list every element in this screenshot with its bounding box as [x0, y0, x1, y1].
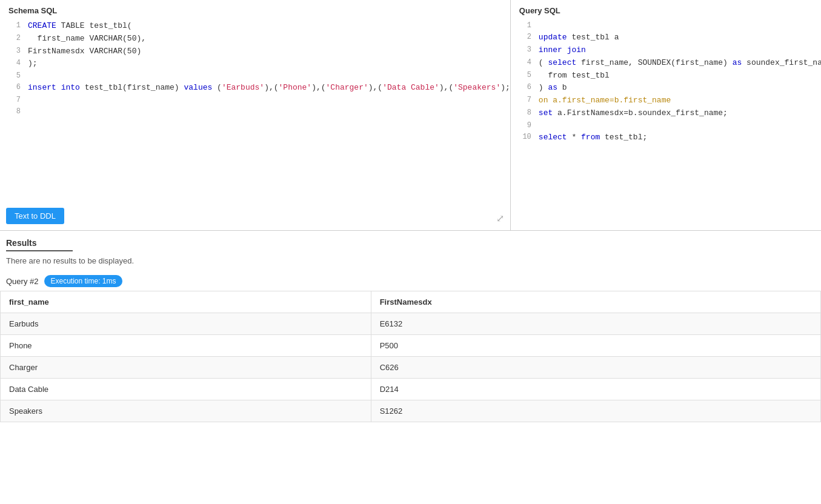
code-text: CREATE	[28, 20, 56, 33]
line-number: 5	[517, 70, 531, 81]
code-line: 1CREATE TABLE test_tbl(	[6, 20, 510, 33]
line-number: 8	[6, 106, 21, 118]
code-line: 5 from test_tbl	[517, 70, 821, 82]
code-line: 3inner join	[517, 44, 821, 57]
table-cell: P500	[371, 335, 820, 357]
table-row: EarbudsE6132	[1, 313, 821, 335]
table-header-row: first_name FirstNamesdx	[1, 291, 821, 313]
code-text: test_tbl a	[567, 31, 619, 44]
query2-label: Query #2	[6, 277, 38, 286]
code-text: FirstNamesdx VARCHAR(50)	[28, 45, 141, 58]
code-line: 8	[6, 106, 510, 118]
line-number: 1	[517, 20, 531, 31]
line-number: 6	[6, 82, 21, 93]
code-text: join	[567, 44, 586, 57]
schema-code: 1CREATE TABLE test_tbl(2 first_name VARC…	[6, 20, 510, 118]
table-cell: Earbuds	[1, 313, 371, 335]
code-text: select	[548, 57, 576, 70]
query2-info: Query #2 Execution time: 1ms	[0, 270, 821, 291]
table-row: SpeakersS1262	[1, 400, 821, 422]
table-row: Data CableD214	[1, 379, 821, 400]
line-number: 9	[517, 120, 531, 131]
code-text: soundex_first_name	[742, 57, 821, 70]
table-cell: Charger	[1, 357, 371, 379]
code-text: as	[548, 82, 557, 94]
table-body: EarbudsE6132PhoneP500ChargerC626Data Cab…	[1, 313, 821, 422]
code-text: );	[28, 58, 38, 70]
line-number: 2	[517, 31, 531, 43]
results-title: Results	[6, 238, 815, 248]
table-cell: Data Cable	[1, 379, 371, 400]
code-text: insert into test_tbl(first_name) values …	[28, 82, 510, 94]
results-section: Results There are no results to be displ…	[0, 231, 821, 270]
result-table: first_name FirstNamesdx EarbudsE6132Phon…	[0, 291, 821, 422]
code-text: select	[539, 131, 567, 144]
expand-icon[interactable]: ⤢	[496, 213, 504, 224]
no-results-text: There are no results to be displayed.	[6, 256, 815, 265]
code-text: b	[557, 82, 567, 94]
query-title: Query SQL	[517, 6, 821, 15]
col-firstnamesdx: FirstNamesdx	[371, 291, 820, 313]
line-number: 8	[517, 107, 531, 119]
code-text	[562, 44, 567, 57]
code-line: 6insert into test_tbl(first_name) values…	[6, 82, 510, 94]
table-row: ChargerC626	[1, 357, 821, 379]
code-text: (	[539, 57, 548, 70]
code-text: inner	[539, 44, 562, 57]
code-text: from test_tbl	[539, 70, 610, 82]
code-text: on a.first_name=b.first_name	[539, 94, 671, 107]
code-text: *	[567, 131, 581, 144]
code-line: 9	[517, 120, 821, 131]
line-number: 6	[517, 82, 531, 93]
text-to-ddl-button[interactable]: Text to DDL	[6, 208, 64, 224]
col-first-name: first_name	[1, 291, 371, 313]
code-text: update	[539, 31, 567, 44]
code-line: 5	[6, 70, 510, 82]
results-divider	[6, 250, 73, 251]
line-number: 4	[6, 58, 21, 69]
table-cell: Phone	[1, 335, 371, 357]
code-line: 7on a.first_name=b.first_name	[517, 94, 821, 107]
code-text: as	[733, 57, 742, 70]
line-number: 3	[6, 45, 21, 57]
code-text: a.FirstNamesdx=b.soundex_first_name;	[553, 107, 728, 120]
code-line: 2 first_name VARCHAR(50),	[6, 33, 510, 45]
table-cell: C626	[371, 357, 820, 379]
exec-badge: Execution time: 1ms	[44, 275, 122, 287]
line-number: 7	[6, 94, 21, 106]
schema-title: Schema SQL	[6, 6, 510, 15]
code-text: first_name VARCHAR(50),	[28, 33, 146, 45]
schema-sql-panel: Schema SQL 1CREATE TABLE test_tbl(2 firs…	[0, 0, 511, 230]
query-sql-panel: Query SQL 12update test_tbl a3inner join…	[511, 0, 821, 230]
line-number: 4	[517, 57, 531, 68]
code-text: from	[581, 131, 600, 144]
line-number: 7	[517, 94, 531, 106]
code-line: 4( select first_name, SOUNDEX(first_name…	[517, 57, 821, 70]
code-text: TABLE test_tbl(	[56, 20, 132, 33]
code-text: test_tbl;	[600, 131, 647, 144]
code-line: 2update test_tbl a	[517, 31, 821, 44]
line-number: 3	[517, 44, 531, 56]
table-cell: Speakers	[1, 400, 371, 422]
code-text: set	[539, 107, 553, 120]
line-number: 5	[6, 70, 21, 82]
code-line: 1	[517, 20, 821, 31]
code-line: 10select * from test_tbl;	[517, 131, 821, 144]
line-number: 2	[6, 33, 21, 44]
code-line: 6) as b	[517, 82, 821, 94]
code-line: 7	[6, 94, 510, 106]
table-cell: E6132	[371, 313, 820, 335]
code-line: 3FirstNamesdx VARCHAR(50)	[6, 45, 510, 58]
code-line: 4);	[6, 58, 510, 70]
table-row: PhoneP500	[1, 335, 821, 357]
code-text: )	[539, 82, 548, 94]
line-number: 1	[6, 20, 21, 31]
table-cell: D214	[371, 379, 820, 400]
code-text: first_name, SOUNDEX(first_name)	[576, 57, 732, 70]
query-code: 12update test_tbl a3inner join4( select …	[517, 20, 821, 144]
table-cell: S1262	[371, 400, 820, 422]
line-number: 10	[517, 131, 531, 143]
code-line: 8set a.FirstNamesdx=b.soundex_first_name…	[517, 107, 821, 120]
